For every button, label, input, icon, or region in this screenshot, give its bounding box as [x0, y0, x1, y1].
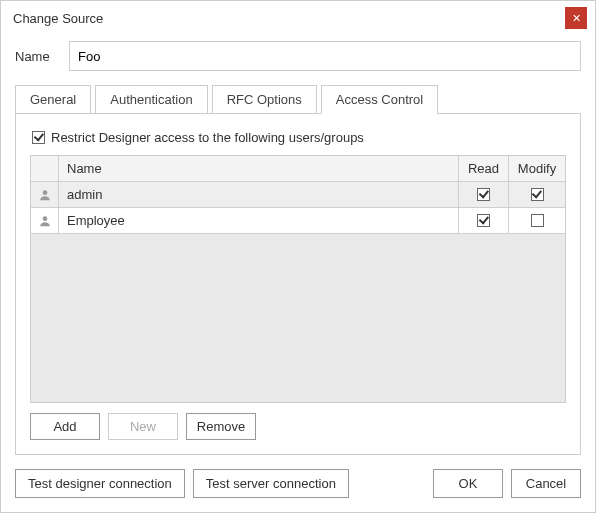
access-table: Name Read Modify admin: [30, 155, 566, 403]
titlebar: Change Source ✕: [1, 1, 595, 35]
row-name: admin: [59, 182, 459, 208]
col-modify-header: Modify: [509, 156, 565, 182]
col-name-header: Name: [59, 156, 459, 182]
test-designer-button[interactable]: Test designer connection: [15, 469, 185, 498]
row-modify: [509, 182, 565, 208]
tabs: General Authentication RFC Options Acces…: [1, 85, 595, 114]
modify-checkbox[interactable]: [531, 214, 544, 227]
restrict-checkbox[interactable]: [32, 131, 45, 144]
dialog-title: Change Source: [13, 11, 103, 26]
user-icon-cell: [31, 182, 59, 208]
test-server-button[interactable]: Test server connection: [193, 469, 349, 498]
table-header: Name Read Modify: [31, 156, 565, 182]
table-body: admin Employee: [31, 182, 565, 234]
name-label: Name: [15, 49, 55, 64]
table-row[interactable]: Employee: [31, 208, 565, 234]
row-name: Employee: [59, 208, 459, 234]
table-row[interactable]: admin: [31, 182, 565, 208]
close-button[interactable]: ✕: [565, 7, 587, 29]
read-checkbox[interactable]: [477, 214, 490, 227]
name-row: Name: [1, 35, 595, 85]
change-source-dialog: Change Source ✕ Name General Authenticat…: [0, 0, 596, 513]
table-buttons: Add New Remove: [30, 403, 566, 440]
row-modify: [509, 208, 565, 234]
tab-rfc-options[interactable]: RFC Options: [212, 85, 317, 114]
name-input[interactable]: [69, 41, 581, 71]
tab-general[interactable]: General: [15, 85, 91, 114]
row-read: [459, 208, 509, 234]
read-checkbox[interactable]: [477, 188, 490, 201]
tab-access-control[interactable]: Access Control: [321, 85, 438, 114]
row-read: [459, 182, 509, 208]
close-icon: ✕: [572, 13, 581, 24]
modify-checkbox[interactable]: [531, 188, 544, 201]
cancel-button[interactable]: Cancel: [511, 469, 581, 498]
svg-point-0: [42, 190, 47, 195]
access-control-panel: Restrict Designer access to the followin…: [15, 113, 581, 455]
dialog-footer: Test designer connection Test server con…: [1, 455, 595, 512]
user-icon: [38, 188, 52, 202]
add-button[interactable]: Add: [30, 413, 100, 440]
restrict-label: Restrict Designer access to the followin…: [51, 130, 364, 145]
user-icon-cell: [31, 208, 59, 234]
svg-point-1: [42, 216, 47, 221]
ok-button[interactable]: OK: [433, 469, 503, 498]
user-icon: [38, 214, 52, 228]
tab-authentication[interactable]: Authentication: [95, 85, 207, 114]
restrict-row: Restrict Designer access to the followin…: [30, 128, 566, 155]
remove-button[interactable]: Remove: [186, 413, 256, 440]
col-read-header: Read: [459, 156, 509, 182]
new-button: New: [108, 413, 178, 440]
col-icon-header: [31, 156, 59, 182]
